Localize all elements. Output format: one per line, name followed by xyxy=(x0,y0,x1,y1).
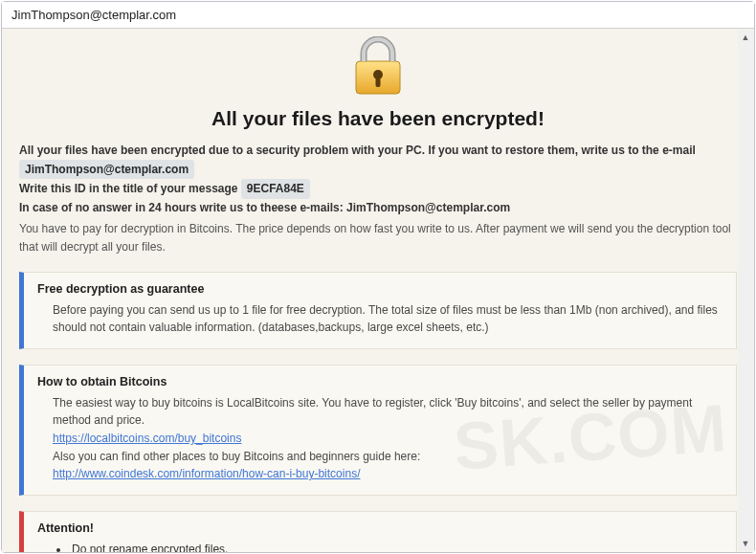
payment-note: You have to pay for decryption in Bitcoi… xyxy=(19,220,737,255)
guarantee-title: Free decryption as guarantee xyxy=(37,282,723,296)
attention-title: Attention! xyxy=(37,521,723,535)
scroll-up-icon[interactable]: ▲ xyxy=(738,30,753,45)
lock-icon xyxy=(350,36,406,101)
guarantee-body: Before paying you can send us up to 1 fi… xyxy=(37,301,723,337)
secondary-email: JimThompson@ctemplar.com xyxy=(346,201,510,214)
hero-section: All your files have been encrypted! xyxy=(19,34,737,130)
window-title: JimThompson@ctemplar.com xyxy=(11,8,176,22)
intro-line3-text: In case of no answer in 24 hours write u… xyxy=(19,201,346,214)
content-area: All your files have been encrypted! All … xyxy=(2,29,754,552)
obtain-box: How to obtain Bitcoins The easiest way t… xyxy=(19,365,737,496)
intro-line1-text: All your files have been encrypted due t… xyxy=(19,144,696,157)
app-window: JimThompson@ctemplar.com xyxy=(1,1,755,553)
page-heading: All your files have been encrypted! xyxy=(19,107,737,130)
intro-line-1: All your files have been encrypted due t… xyxy=(19,142,737,179)
intro-line-2: Write this ID in the title of your messa… xyxy=(19,179,737,199)
obtain-link-2[interactable]: http://www.coindesk.com/information/how-… xyxy=(53,467,360,480)
svg-rect-2 xyxy=(376,77,381,87)
scroll-down-icon[interactable]: ▼ xyxy=(738,536,753,551)
intro-line2-text: Write this ID in the title of your messa… xyxy=(19,182,241,195)
obtain-title: How to obtain Bitcoins xyxy=(37,375,723,388)
intro-line-3: In case of no answer in 24 hours write u… xyxy=(19,199,737,217)
guarantee-box: Free decryption as guarantee Before payi… xyxy=(19,272,737,349)
intro-block: All your files have been encrypted due t… xyxy=(19,142,737,256)
attention-item: Do not rename encrypted files. xyxy=(70,541,723,552)
attention-box: Attention! Do not rename encrypted files… xyxy=(19,511,737,552)
primary-email-chip: JimThompson@ctemplar.com xyxy=(19,160,194,180)
window-titlebar[interactable]: JimThompson@ctemplar.com xyxy=(2,2,754,29)
obtain-link-1[interactable]: https://localbitcoins.com/buy_bitcoins xyxy=(53,432,241,445)
attention-list: Do not rename encrypted files. Do not tr… xyxy=(37,541,723,552)
vertical-scrollbar[interactable]: ▲ ▼ xyxy=(738,30,753,551)
id-code-chip: 9ECFA84E xyxy=(241,179,310,199)
obtain-line2: Also you can find other places to buy Bi… xyxy=(37,448,723,466)
obtain-line1: The easiest way to buy bitcoins is Local… xyxy=(37,394,723,430)
